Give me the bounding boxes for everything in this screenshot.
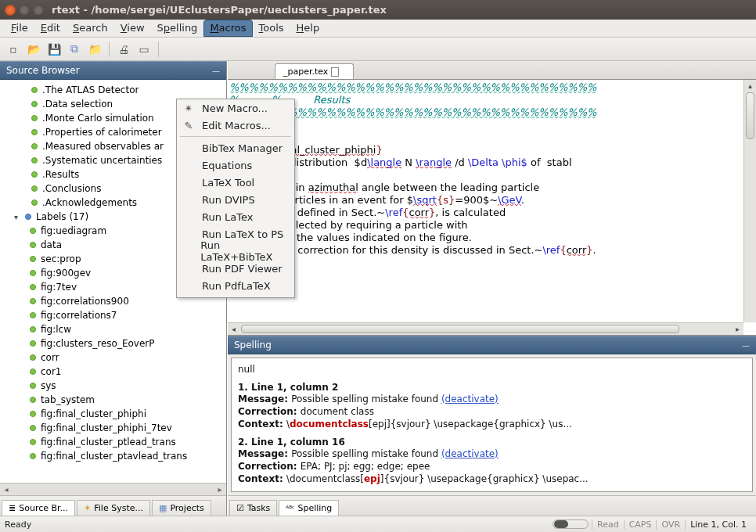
spelling-null: null [238, 363, 746, 376]
spelling-title: Spelling [234, 340, 272, 350]
menu-file[interactable]: File [5, 20, 34, 37]
panel-minimize-icon[interactable]: — [742, 341, 750, 350]
tree-section[interactable]: .The ATLAS Detector [0, 83, 226, 97]
tasks-icon: ☑ [236, 503, 244, 513]
print-icon[interactable]: 🖨 [115, 41, 132, 58]
window-title: rtext - /home/sergei/UEclustersPaper/uec… [52, 4, 387, 16]
list-icon: ≣ [9, 503, 16, 513]
status-ready: Ready [5, 519, 31, 530]
tree-label[interactable]: tab_system [0, 393, 226, 407]
menu-tools[interactable]: Tools [253, 20, 290, 37]
sidebar-tabs: ≣Source Br... ✶File Syste... ▦Projects [0, 495, 226, 516]
tree-label[interactable]: fig:lcw [0, 322, 226, 336]
tree-label[interactable]: cor1 [0, 365, 226, 379]
titlebar: rtext - /home/sergei/UEclustersPaper/uec… [0, 0, 756, 20]
panel-minimize-icon[interactable]: — [212, 66, 220, 75]
tree-label[interactable]: fig:final_cluster_ptlead_trans [0, 435, 226, 449]
menu-run-pdflatex[interactable]: Run PdfLaTeX [177, 277, 294, 294]
code-editor[interactable]: %%%%%%%%%%%%%%%%%%%%%%%%%%%%%%%%%%%%%% %… [228, 80, 756, 335]
menu-edit-macros[interactable]: ✎Edit Macros... [177, 117, 294, 134]
close-icon[interactable] [5, 5, 16, 16]
menu-new-macro[interactable]: ✴New Macro... [177, 99, 294, 117]
tree-label[interactable]: fig:final_cluster_phiphi_7tev [0, 421, 226, 435]
menu-search[interactable]: Search [67, 20, 114, 37]
menu-bibtex-manager[interactable]: BibTex Manager [177, 139, 294, 156]
pencil-icon: ✎ [182, 120, 196, 131]
menu-help[interactable]: Help [290, 20, 326, 37]
editor-hscrollbar[interactable]: ◂▸ [228, 322, 743, 335]
sparkle-icon: ✴ [182, 102, 196, 114]
document-icon [331, 67, 339, 77]
editor-column: _paper.tex %%%%%%%%%%%%%%%%%%%%%%%%%%%%%… [227, 61, 756, 516]
tree-label[interactable]: sys [0, 379, 226, 393]
tab-source-browser[interactable]: ≣Source Br... [2, 500, 75, 516]
page-icon[interactable]: ▭ [135, 41, 153, 58]
source-browser-header: Source Browser — [0, 61, 226, 80]
menu-run-pdf-viewer[interactable]: Run PDF Viewer [177, 260, 294, 277]
editor-tabs: _paper.tex [228, 61, 756, 80]
macros-dropdown: ✴New Macro... ✎Edit Macros... BibTex Man… [176, 99, 295, 298]
editor-tab[interactable]: _paper.tex [275, 63, 354, 79]
source-browser-title: Source Browser [6, 65, 80, 76]
sidebar-hscroll[interactable]: ◂▸ [0, 483, 226, 495]
tree-label[interactable]: fig:final_cluster_ptavlead_trans [0, 449, 226, 463]
bottom-tabs: ☑Tasks ᴬᴮᶜSpelling [228, 495, 756, 516]
spelling-panel: Spelling — null 1. Line 1, column 2 Mess… [228, 335, 756, 495]
menu-run-dvips[interactable]: Run DVIPS [177, 191, 294, 208]
menu-run-latex-bibtex[interactable]: Run LaTeX+BibTeX [177, 243, 294, 260]
tree-icon: ✶ [84, 503, 91, 513]
save-all-icon[interactable]: ⧉ [66, 41, 83, 58]
deactivate-link[interactable]: (deactivate) [441, 448, 499, 459]
save-icon[interactable]: 💾 [45, 41, 63, 58]
menu-macros[interactable]: Macros [203, 20, 252, 37]
status-read: Read [592, 519, 624, 530]
editor-vscrollbar[interactable]: ▴ [743, 80, 756, 322]
minimize-icon[interactable] [19, 5, 30, 16]
tree-label[interactable]: fig:final_cluster_phiphi [0, 407, 226, 421]
menu-equations[interactable]: Equations [177, 156, 294, 174]
menu-run-latex[interactable]: Run LaTex [177, 208, 294, 225]
abc-icon: ᴬᴮᶜ [286, 505, 294, 512]
statusbar: Ready Read CAPS OVR Line 1, Col. 1 [0, 516, 756, 532]
tree-label[interactable]: fig:clusters_reso_EoverP [0, 336, 226, 350]
spelling-header: Spelling — [228, 336, 756, 354]
tab-projects[interactable]: ▦Projects [152, 500, 211, 516]
open-project-icon[interactable]: 📁 [86, 41, 103, 58]
spelling-body[interactable]: null 1. Line 1, column 2 Message: Possib… [231, 358, 753, 492]
toolbar: ▫ 📂 💾 ⧉ 📁 🖨 ▭ [0, 38, 756, 61]
menu-edit[interactable]: Edit [34, 20, 67, 37]
status-ovr: OVR [656, 519, 685, 530]
tab-spelling[interactable]: ᴬᴮᶜSpelling [279, 500, 339, 516]
status-caps: CAPS [624, 519, 657, 530]
menubar: File Edit Search View Spelling Macros To… [0, 20, 756, 38]
deactivate-link[interactable]: (deactivate) [441, 394, 499, 404]
menu-view[interactable]: View [114, 20, 151, 37]
opacity-slider[interactable] [553, 519, 589, 529]
new-file-icon[interactable]: ▫ [5, 41, 22, 58]
spelling-item-heading: 2. Line 1, column 16 [238, 437, 746, 448]
open-folder-icon[interactable]: 📂 [25, 41, 42, 58]
status-cursor-pos: Line 1, Col. 1 [685, 519, 751, 530]
tree-label[interactable]: fig:correlations7 [0, 308, 226, 322]
tab-file-system[interactable]: ✶File Syste... [77, 500, 150, 516]
menu-spelling[interactable]: Spelling [151, 20, 204, 37]
maximize-icon[interactable] [33, 5, 44, 16]
projects-icon: ▦ [159, 503, 167, 513]
menu-latex-tool[interactable]: LaTeX Tool [177, 174, 294, 191]
tree-label[interactable]: corr [0, 350, 226, 365]
tab-tasks[interactable]: ☑Tasks [229, 500, 277, 516]
spelling-item-heading: 1. Line 1, column 2 [238, 382, 746, 393]
